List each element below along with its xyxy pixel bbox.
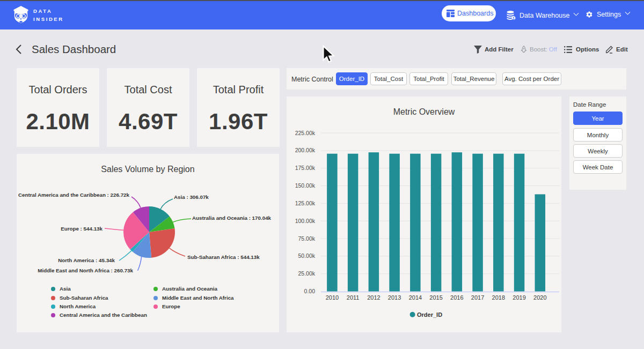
svg-text:200.00k: 200.00k — [295, 147, 316, 153]
svg-text:2010: 2010 — [326, 294, 339, 301]
svg-text:2014: 2014 — [409, 294, 422, 301]
svg-text:25.00k: 25.00k — [298, 270, 315, 277]
svg-text:2018: 2018 — [492, 294, 505, 301]
svg-text:225.00k: 225.00k — [295, 130, 316, 136]
svg-text:75.00k: 75.00k — [298, 235, 315, 242]
svg-text:2011: 2011 — [347, 294, 360, 301]
svg-text:50.00k: 50.00k — [298, 253, 315, 259]
svg-text:2016: 2016 — [450, 294, 463, 301]
svg-text:2019: 2019 — [513, 294, 525, 301]
svg-text:2020: 2020 — [533, 294, 546, 301]
svg-text:Order_ID: Order_ID — [417, 311, 442, 318]
svg-text:2015: 2015 — [429, 294, 442, 301]
svg-text:150.00k: 150.00k — [295, 182, 316, 189]
svg-text:175.00k: 175.00k — [295, 165, 316, 171]
svg-text:2013: 2013 — [388, 294, 401, 301]
svg-text:0.00: 0.00 — [304, 288, 316, 294]
svg-text:125.00k: 125.00k — [295, 200, 316, 206]
svg-text:2012: 2012 — [367, 294, 380, 301]
svg-text:2017: 2017 — [471, 294, 484, 301]
svg-text:100.00k: 100.00k — [295, 218, 316, 224]
